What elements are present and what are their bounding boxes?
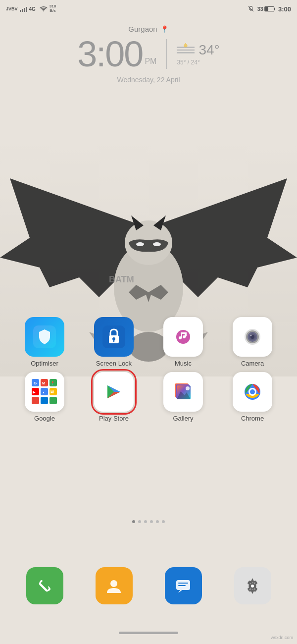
app-item-chrome[interactable]: Chrome [225,372,280,422]
status-bar: JVBV 4G 318B/s 33 [0,0,297,18]
app-item-gallery[interactable]: Gallery [156,372,210,422]
temperature-main: 34° [198,42,219,58]
svg-point-6 [184,44,188,47]
status-right: 33 3:00 [248,5,291,13]
optimiser-svg [33,325,56,348]
camera-icon [233,317,272,357]
network-type: 4G [29,6,36,12]
app-item-music[interactable]: Music [156,317,210,367]
chrome-label: Chrome [241,415,264,422]
dot-5 [156,520,159,523]
dock-item-messages[interactable] [165,567,202,604]
svg-rect-43 [41,397,48,404]
gallery-icon [163,372,203,412]
chrome-svg [241,380,264,403]
dot-2 [138,520,141,523]
svg-rect-2 [265,7,268,11]
google-label: Google [34,415,55,422]
app-grid: Optimiser Screen Lock [0,317,297,427]
time-ampm: PM [145,57,156,66]
time-block: 3:00 PM [77,36,156,72]
music-svg [172,325,195,348]
app-item-playstore[interactable]: Play Store [87,372,141,422]
location-pin-icon: 📍 [160,25,169,33]
app-item-screenlock[interactable]: Screen Lock [87,317,141,367]
svg-rect-42 [32,397,39,404]
time-weather-row: 3:00 PM 34° 35° / 24° [77,36,219,72]
camera-svg [241,325,264,348]
time-display: 3:00 [77,36,143,72]
svg-point-14 [153,242,161,246]
screenlock-label: Screen Lock [96,360,132,367]
weather-block: 34° 35° / 24° [177,42,219,66]
dock [0,567,297,604]
phone-svg [35,576,54,596]
network-speed: 318B/s [50,4,56,13]
playstore-svg [102,380,125,403]
watermark: wsxdn.com [271,635,293,640]
temperature-range: 35° / 24° [177,59,199,66]
svg-point-34 [250,335,252,336]
contacts-svg [104,576,124,596]
dock-item-contacts[interactable] [96,567,133,604]
svg-text:BATM: BATM [109,274,134,284]
phone-icon [26,567,63,604]
music-icon [163,317,203,357]
weather-icon [177,43,195,57]
status-left: JVBV 4G 318B/s [6,4,56,13]
dot-3 [144,520,147,523]
date-display: Wednesday, 22 April [117,76,180,84]
dock-item-phone[interactable] [26,567,63,604]
location-text: Gurgaon [128,25,157,33]
clock-section: Gurgaon 📍 3:00 PM 34° 35° / 24° Wed [0,25,297,84]
gallery-label: Gallery [173,415,193,422]
camera-label: Camera [241,360,264,367]
svg-point-63 [250,389,255,394]
playstore-icon [94,372,134,412]
svg-rect-1 [274,8,275,10]
settings-icon [234,567,271,604]
google-svg: G M 📍 ▶ ▲ 🖼 [27,374,62,410]
app-item-google[interactable]: G M 📍 ▶ ▲ 🖼 Google [17,372,72,422]
svg-point-70 [251,585,254,588]
app-row-1: Optimiser Screen Lock [10,317,287,367]
svg-text:▲: ▲ [42,391,45,394]
battery-percent: 33 [257,6,263,12]
battery-icon [264,6,275,12]
app-item-camera[interactable]: Camera [225,317,280,367]
contacts-icon [96,567,133,604]
svg-point-59 [186,386,190,390]
messages-icon [165,567,202,604]
svg-point-13 [136,242,144,246]
page-dots [0,520,297,523]
screenlock-svg [102,325,125,348]
dot-1 [132,520,135,523]
mute-icon [248,5,254,12]
battery-indicator: 33 [257,6,275,12]
location-row: Gurgaon 📍 [128,25,168,33]
svg-rect-44 [50,397,57,404]
app-row-2: G M 📍 ▶ ▲ 🖼 Google [10,372,287,422]
wifi-icon [40,6,48,12]
music-label: Music [175,360,192,367]
dock-item-settings[interactable] [234,567,271,604]
chrome-icon [233,372,272,412]
settings-svg [243,576,262,596]
svg-text:🖼: 🖼 [50,390,54,394]
optimiser-icon [25,317,64,357]
dot-6 [162,520,165,523]
app-item-optimiser[interactable]: Optimiser [17,317,72,367]
svg-point-64 [110,580,117,587]
svg-text:G: G [34,381,37,385]
signal-icon [20,6,27,12]
google-icon: G M 📍 ▶ ▲ 🖼 [25,372,64,412]
dot-4 [150,520,153,523]
svg-text:M: M [42,381,45,385]
time-weather-divider [166,39,167,69]
gallery-svg [172,380,195,403]
playstore-label: Play Store [99,415,129,422]
home-indicator[interactable] [119,632,178,634]
weather-top: 34° [177,42,219,58]
messages-svg [173,576,193,596]
optimiser-label: Optimiser [31,360,58,367]
